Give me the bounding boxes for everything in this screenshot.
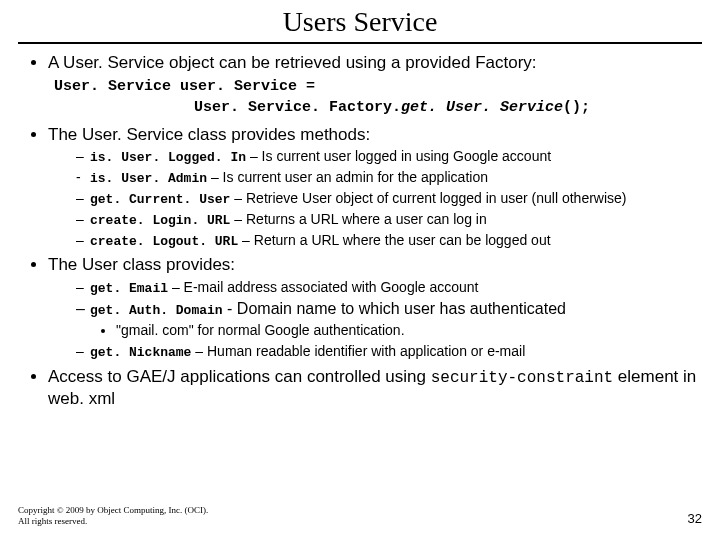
- slide: Users Service A User. Service object can…: [0, 0, 720, 540]
- page-number: 32: [688, 511, 702, 526]
- list-item: -is. User. Admin – Is current user an ad…: [76, 168, 702, 188]
- footer-line-2: All rights reserved.: [18, 516, 208, 526]
- list-item: –create. Login. URL – Returns a URL wher…: [76, 210, 702, 230]
- user-methods-list: –get. Email – E-mail address associated …: [48, 278, 702, 362]
- code-line-1: User. Service user. Service =: [54, 77, 702, 97]
- service-methods-list: –is. User. Logged. In – Is current user …: [48, 147, 702, 250]
- footer-line-1: Copyright © 2009 by Object Computing, In…: [18, 505, 208, 515]
- list-item: –get. Auth. Domain - Domain name to whic…: [76, 299, 702, 340]
- code-line-2: User. Service. Factory.get. User. Servic…: [54, 98, 702, 118]
- code-snippet: User. Service user. Service = User. Serv…: [54, 77, 702, 118]
- bullet-user-class: The User class provides: –get. Email – E…: [48, 254, 702, 361]
- sub-list: "gmail. com" for normal Google authentic…: [76, 321, 702, 339]
- copyright-footer: Copyright © 2009 by Object Computing, In…: [18, 505, 208, 526]
- list-item: –get. Current. User – Retrieve User obje…: [76, 189, 702, 209]
- list-item: –get. Nickname – Human readable identifi…: [76, 342, 702, 362]
- list-item: –create. Logout. URL – Return a URL wher…: [76, 231, 702, 251]
- bullet-access: Access to GAE/J applications can control…: [48, 366, 702, 409]
- bullet-user-class-text: The User class provides:: [48, 255, 235, 274]
- bullet-service-methods: The User. Service class provides methods…: [48, 124, 702, 251]
- bullet-factory: A User. Service object can be retrieved …: [48, 52, 702, 118]
- list-item: –get. Email – E-mail address associated …: [76, 278, 702, 298]
- list-item: "gmail. com" for normal Google authentic…: [116, 321, 702, 339]
- main-list: A User. Service object can be retrieved …: [18, 52, 702, 409]
- bullet-factory-text: A User. Service object can be retrieved …: [48, 53, 537, 72]
- title-rule: [18, 42, 702, 44]
- page-title: Users Service: [18, 6, 702, 40]
- bullet-service-methods-text: The User. Service class provides methods…: [48, 125, 370, 144]
- list-item: –is. User. Logged. In – Is current user …: [76, 147, 702, 167]
